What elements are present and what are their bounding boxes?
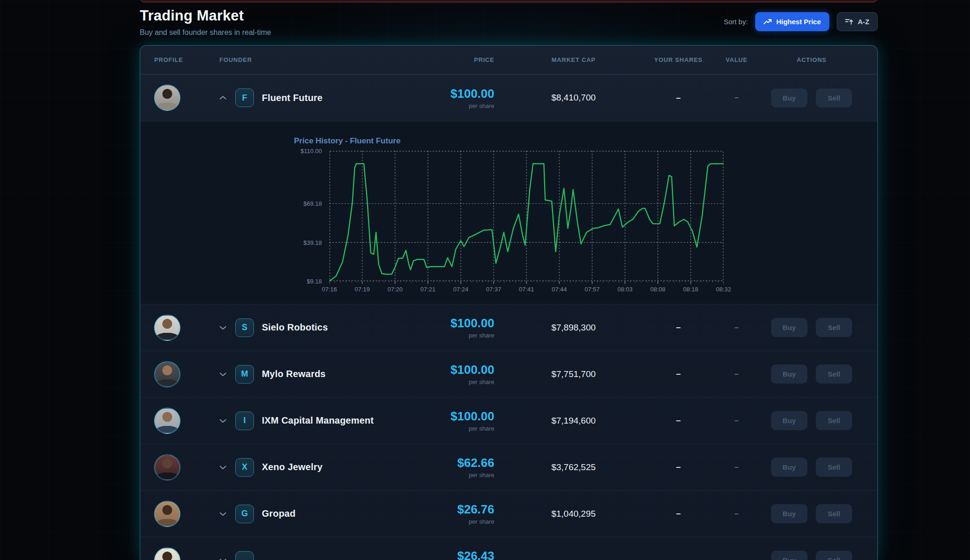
sell-button[interactable]: Sell — [816, 504, 852, 523]
chevron-up-icon[interactable] — [219, 95, 229, 100]
buy-button[interactable]: Buy — [771, 318, 807, 337]
buy-button[interactable]: Buy — [771, 411, 807, 430]
column-header-actions: ACTIONS — [760, 56, 863, 63]
x-axis-tick-label: 07:20 — [388, 286, 403, 293]
your-shares-value: – — [643, 323, 713, 332]
founder-avatar — [154, 501, 180, 527]
table-row-partial[interactable]: $26.43per shareBuySell — [140, 537, 877, 560]
sell-button[interactable]: Sell — [816, 364, 852, 384]
actions-cell: BuySell — [760, 411, 863, 430]
sell-button[interactable]: Sell — [816, 411, 852, 430]
profile-cell — [154, 501, 219, 527]
sort-highest-price-label: Highest Price — [776, 18, 821, 26]
founder-cell: IIXM Capital Management — [219, 412, 396, 430]
trading-table-card: PROFILEFOUNDERPRICEMARKET CAPYOUR SHARES… — [140, 45, 878, 560]
sell-button[interactable]: Sell — [816, 88, 852, 108]
price-cell: $26.43per share — [396, 549, 504, 560]
sell-button[interactable]: Sell — [816, 318, 852, 337]
column-header-profile: PROFILE — [154, 56, 219, 63]
founder-avatar — [154, 408, 180, 434]
chevron-down-icon[interactable] — [219, 558, 229, 560]
market-cap-value: $7,751,700 — [504, 369, 643, 379]
founder-initial-badge: I — [235, 412, 254, 430]
founder-initial-badge — [235, 551, 254, 560]
sort-az-button[interactable]: A-Z — [837, 12, 878, 31]
chevron-down-icon[interactable] — [219, 465, 229, 470]
holdings-value: – — [713, 370, 760, 378]
x-axis-tick-label: 07:57 — [585, 286, 600, 293]
share-price: $62.66 — [457, 456, 494, 470]
share-price: $26.76 — [457, 502, 494, 517]
buy-button[interactable]: Buy — [771, 364, 807, 384]
per-share-label: per share — [469, 378, 494, 385]
column-header-market-cap: MARKET CAP — [504, 56, 643, 63]
share-price: $100.00 — [451, 87, 494, 101]
founder-name: Sielo Robotics — [262, 322, 328, 333]
profile-cell — [154, 454, 219, 480]
price-cell: $100.00per share — [396, 409, 504, 432]
x-axis-tick-label: 07:44 — [552, 286, 567, 293]
chevron-down-icon[interactable] — [219, 372, 229, 377]
actions-cell: BuySell — [760, 318, 863, 337]
page-subtitle: Buy and sell founder shares in real-time — [140, 28, 271, 37]
founder-name: Gropad — [262, 508, 295, 519]
actions-cell: BuySell — [760, 504, 863, 523]
table-row-ixm-capital-management[interactable]: IIXM Capital Management$100.00per share$… — [140, 397, 877, 444]
profile-cell — [154, 547, 219, 560]
table-row-gropad[interactable]: GGropad$26.76per share$1,040,295––BuySel… — [140, 490, 877, 537]
x-axis-labels: 07:1607:1907:2007:2107:2407:3707:4107:44… — [329, 286, 724, 295]
actions-cell: BuySell — [760, 551, 863, 560]
x-axis-tick-label: 07:19 — [355, 286, 370, 293]
actions-cell: BuySell — [760, 88, 863, 108]
your-shares-value: – — [643, 369, 713, 379]
y-axis-tick-label: $39.18 — [303, 239, 322, 246]
x-axis-tick-label: 08:08 — [650, 286, 666, 293]
table-row-fluent-future[interactable]: FFluent Future$100.00per share$8,410,700… — [140, 74, 877, 121]
price-cell: $100.00per share — [396, 363, 504, 385]
column-header-founder: FOUNDER — [219, 56, 396, 63]
holdings-value: – — [713, 324, 760, 332]
founder-avatar — [154, 315, 180, 341]
price-cell: $62.66per share — [396, 456, 504, 479]
founder-initial-badge: M — [235, 365, 254, 384]
sort-ascending-icon — [845, 18, 854, 26]
sell-button[interactable]: Sell — [816, 458, 852, 477]
founder-cell: SSielo Robotics — [219, 318, 396, 337]
table-row-sielo-robotics[interactable]: SSielo Robotics$100.00per share$7,898,30… — [140, 304, 877, 351]
buy-button[interactable]: Buy — [771, 88, 807, 108]
founder-initial-badge: G — [235, 505, 254, 523]
table-header-row: PROFILEFOUNDERPRICEMARKET CAPYOUR SHARES… — [140, 46, 877, 74]
per-share-label: per share — [469, 518, 494, 525]
x-axis-tick-label: 07:16 — [322, 286, 337, 293]
x-axis-tick-label: 08:03 — [617, 286, 633, 293]
column-header-value: VALUE — [713, 56, 760, 63]
sell-button[interactable]: Sell — [816, 551, 852, 560]
share-price: $100.00 — [451, 316, 494, 331]
chevron-down-icon[interactable] — [219, 418, 229, 423]
table-row-mylo-rewards[interactable]: MMylo Rewards$100.00per share$7,751,700–… — [140, 351, 877, 397]
price-cell: $100.00per share — [396, 87, 504, 109]
buy-button[interactable]: Buy — [771, 551, 807, 560]
y-axis-labels: $110.00$69.18$39.18$9.18 — [140, 151, 326, 281]
chevron-down-icon[interactable] — [219, 325, 229, 330]
profile-cell — [154, 315, 219, 341]
your-shares-value: – — [643, 93, 713, 103]
sort-highest-price-button[interactable]: Highest Price — [755, 12, 829, 31]
market-cap-value: $3,762,525 — [504, 462, 643, 472]
table-row-xeno-jewelry[interactable]: XXeno Jewelry$62.66per share$3,762,525––… — [140, 444, 877, 490]
founder-name: Xeno Jewelry — [262, 462, 322, 472]
alert-strip-bottom — [140, 0, 878, 2]
price-cell: $100.00per share — [396, 316, 504, 339]
chevron-down-icon[interactable] — [219, 512, 229, 516]
price-cell: $26.76per share — [396, 502, 504, 525]
chart-title: Price History - Fluent Future — [294, 136, 401, 146]
table-body: FFluent Future$100.00per share$8,410,700… — [140, 74, 877, 560]
market-cap-value: $1,040,295 — [504, 509, 643, 519]
founder-name: IXM Capital Management — [262, 415, 374, 426]
buy-button[interactable]: Buy — [771, 458, 807, 477]
price-history-panel: Price History - Fluent Future$110.00$69.… — [140, 121, 877, 304]
y-axis-tick-label: $9.18 — [307, 278, 322, 285]
buy-button[interactable]: Buy — [771, 504, 807, 523]
founder-initial-badge: F — [235, 88, 254, 107]
your-shares-value: – — [643, 462, 713, 472]
